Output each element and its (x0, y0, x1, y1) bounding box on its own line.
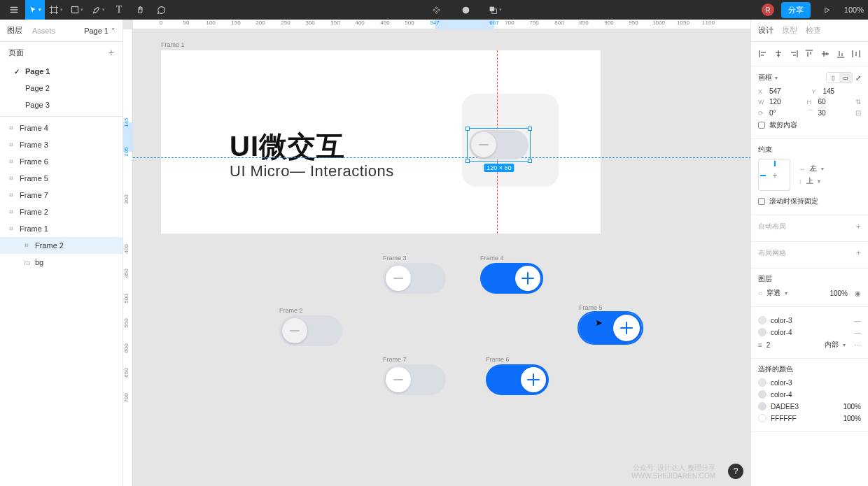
align-vcenter-icon[interactable] (819, 48, 832, 60)
align-bottom-icon[interactable] (834, 48, 847, 60)
play-icon[interactable] (818, 0, 837, 20)
frame-label[interactable]: Frame 3 (383, 255, 407, 262)
blend-opacity[interactable]: 100% (830, 290, 848, 297)
tab-inspect[interactable]: 检查 (806, 25, 821, 36)
toggle-off[interactable] (279, 315, 342, 346)
page-item[interactable]: Page 2 (0, 80, 122, 97)
tab-prototype[interactable]: 原型 (782, 25, 797, 36)
layer-item[interactable]: ⌗Frame 2 (0, 203, 122, 220)
layer-item[interactable]: ⌗Frame 1 (0, 220, 122, 237)
share-button[interactable]: 分享 (781, 2, 811, 18)
frame-1[interactable]: UI微交互 UI Micro— Interactions 120 × 60 (161, 50, 601, 234)
shape-tool[interactable]: ▾ (67, 0, 87, 20)
orientation-toggle[interactable]: ▯▭ (826, 72, 853, 83)
mask-icon[interactable] (456, 0, 476, 20)
eye-icon[interactable]: ◉ (855, 290, 861, 297)
prop-y[interactable]: 145 (823, 87, 862, 95)
comment-tool[interactable] (151, 0, 171, 20)
add-grid-button[interactable]: + (855, 248, 861, 258)
swatch[interactable] (758, 390, 766, 399)
toggle-on[interactable] (480, 263, 543, 294)
add-page-button[interactable]: + (108, 47, 114, 58)
color-name: color-4 (771, 391, 792, 399)
zoom-level[interactable]: 100% (844, 6, 864, 14)
text-tool[interactable]: T (109, 0, 129, 20)
prop-w[interactable]: 120 (769, 98, 803, 106)
selected-colors-header: 选择的颜色 (758, 364, 793, 374)
layer-item[interactable]: ⌗Frame 5 (0, 170, 122, 187)
swatch[interactable] (758, 414, 766, 422)
ruler-top: 547 667 0 50 100 150 200 250 300 350 400… (133, 20, 750, 29)
fill-name: color-4 (771, 329, 792, 336)
frame-label[interactable]: Frame 7 (383, 356, 407, 363)
prop-h[interactable]: 60 (818, 98, 852, 106)
tab-layers[interactable]: 图层 (7, 25, 22, 36)
pages-header: 页面 (8, 48, 24, 58)
distribute-icon[interactable] (850, 48, 862, 60)
prop-x[interactable]: 547 (769, 87, 808, 95)
canvas[interactable]: 547 667 0 50 100 150 200 250 300 350 400… (123, 20, 750, 486)
layer-item[interactable]: ⌗Frame 4 (0, 120, 122, 136)
avatar[interactable]: R (762, 3, 774, 16)
frame-label[interactable]: Frame 4 (480, 255, 504, 262)
toggle-off[interactable] (383, 263, 446, 294)
ruler-left: 145 205 300 400 450 500 550 600 650 700 (123, 29, 133, 486)
swatch[interactable] (758, 328, 766, 336)
boolean-icon[interactable]: ▾ (486, 0, 505, 20)
clip-label: 裁剪内容 (769, 120, 797, 130)
tab-design[interactable]: 设计 (758, 25, 774, 36)
align-hcenter-icon[interactable] (772, 48, 785, 60)
frame-label[interactable]: Frame 1 (161, 41, 185, 48)
corner-detail-icon[interactable]: ⊡ (855, 109, 861, 117)
hamburger-menu-icon[interactable] (4, 0, 24, 20)
clip-checkbox[interactable] (758, 122, 765, 129)
stroke-width[interactable]: 2 (766, 341, 771, 349)
dimension-label: 120 × 60 (484, 164, 514, 172)
swatch[interactable] (758, 402, 766, 410)
component-icon[interactable] (427, 0, 447, 20)
pen-tool[interactable]: ▾ (88, 0, 108, 20)
constraint-h[interactable]: 左 (810, 164, 817, 173)
page-item[interactable]: ✓Page 1 (0, 63, 122, 80)
page-item[interactable]: Page 3 (0, 97, 122, 113)
layer-item[interactable]: ▭bg (0, 254, 122, 271)
remove-icon[interactable]: — (854, 317, 861, 324)
layer-item[interactable]: ⌗Frame 6 (0, 153, 122, 170)
layer-item[interactable]: ⌗Frame 3 (0, 136, 122, 153)
layer-item-selected[interactable]: ⌗Frame 2 (0, 237, 122, 254)
hand-tool[interactable] (130, 0, 150, 20)
align-left-icon[interactable] (757, 48, 769, 60)
align-right-icon[interactable] (788, 48, 800, 60)
help-button[interactable]: ? (728, 464, 743, 479)
link-wh-icon[interactable]: ⇅ (855, 98, 861, 106)
layer-item[interactable]: ⌗Frame 7 (0, 187, 122, 203)
selection-box (467, 128, 531, 162)
resize-fit-icon[interactable]: ⤢ (855, 74, 861, 82)
blend-mode[interactable]: 穿透 (766, 288, 780, 298)
remove-icon[interactable]: — (854, 329, 861, 336)
color-name: FFFFFF (771, 415, 797, 422)
frame-label[interactable]: Frame 5 (579, 304, 603, 311)
swatch[interactable] (758, 378, 766, 387)
prop-rotation[interactable]: 0° (769, 109, 803, 117)
tab-assets[interactable]: Assets (32, 27, 55, 35)
page-selector[interactable]: Page 1 ⌃ (84, 27, 115, 35)
toggle-off[interactable] (383, 364, 446, 395)
right-panel: 设计 原型 检查 画框▾ ▯▭ ⤢ X547Y145 W120H60⇅ ⟳0°⌒… (750, 20, 868, 486)
add-auto-layout-button[interactable]: + (855, 221, 861, 231)
stroke-position[interactable]: 内部 (825, 340, 839, 350)
more-icon[interactable]: ⋯ (854, 341, 861, 349)
constraint-widget[interactable]: + (758, 159, 790, 191)
frame-label[interactable]: Frame 6 (486, 356, 510, 363)
frame-tool[interactable]: ▾ (46, 0, 66, 20)
title-en: UI Micro— Interactions (230, 162, 394, 180)
constraint-v[interactable]: 上 (806, 176, 813, 186)
prop-radius[interactable]: 30 (818, 109, 852, 117)
align-top-icon[interactable] (803, 48, 816, 60)
move-tool[interactable]: ▾ (25, 0, 45, 20)
toggle-border (578, 311, 643, 345)
frame-label[interactable]: Frame 2 (279, 307, 303, 314)
scroll-fix-checkbox[interactable] (758, 198, 765, 205)
toggle-on[interactable] (486, 364, 549, 395)
swatch[interactable] (758, 316, 766, 324)
